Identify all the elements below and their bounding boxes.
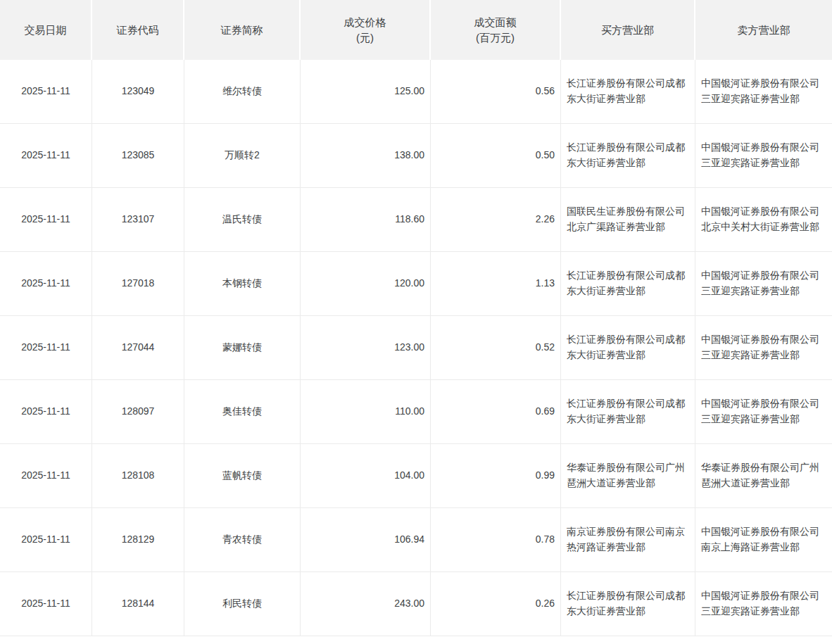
cell-code: 127044 xyxy=(92,316,184,380)
cell-name: 蓝帆转债 xyxy=(184,444,301,508)
header-trade-price: 成交价格 (元) xyxy=(301,0,431,60)
cell-date: 2025-11-11 xyxy=(0,508,92,572)
header-label: 证券代码 xyxy=(96,23,179,38)
cell-buyer: 长江证券股份有限公司成都东大街证券营业部 xyxy=(561,380,695,444)
cell-date: 2025-11-11 xyxy=(0,380,92,444)
cell-date: 2025-11-11 xyxy=(0,572,92,636)
cell-name: 青农转债 xyxy=(184,508,301,572)
cell-buyer: 长江证券股份有限公司成都东大街证券营业部 xyxy=(561,124,695,188)
cell-seller: 中国银河证券股份有限公司南京上海路证券营业部 xyxy=(695,508,832,572)
cell-code: 123049 xyxy=(92,60,184,124)
cell-date: 2025-11-11 xyxy=(0,444,92,508)
table-row: 2025-11-11127018本钢转债120.001.13长江证券股份有限公司… xyxy=(0,252,832,316)
cell-seller: 中国银河证券股份有限公司三亚迎宾路证券营业部 xyxy=(695,316,832,380)
cell-name: 万顺转2 xyxy=(184,124,301,188)
cell-price: 118.60 xyxy=(301,188,431,252)
cell-code: 128097 xyxy=(92,380,184,444)
cell-name: 蒙娜转债 xyxy=(184,316,301,380)
cell-date: 2025-11-11 xyxy=(0,252,92,316)
cell-face-value: 0.99 xyxy=(431,444,561,508)
cell-price: 123.00 xyxy=(301,316,431,380)
header-buyer-branch: 买方营业部 xyxy=(561,0,695,60)
cell-buyer: 华泰证券股份有限公司广州琶洲大道证券营业部 xyxy=(561,444,695,508)
table-row: 2025-11-11128108蓝帆转债104.000.99华泰证券股份有限公司… xyxy=(0,444,832,508)
cell-code: 128144 xyxy=(92,572,184,636)
cell-price: 104.00 xyxy=(301,444,431,508)
cell-code: 123107 xyxy=(92,188,184,252)
cell-face-value: 0.56 xyxy=(431,60,561,124)
cell-name: 维尔转债 xyxy=(184,60,301,124)
header-security-code: 证券代码 xyxy=(92,0,184,60)
cell-buyer: 长江证券股份有限公司成都东大街证券营业部 xyxy=(561,252,695,316)
cell-face-value: 0.69 xyxy=(431,380,561,444)
cell-name: 温氏转债 xyxy=(184,188,301,252)
cell-seller: 中国银河证券股份有限公司三亚迎宾路证券营业部 xyxy=(695,60,832,124)
cell-buyer: 南京证券股份有限公司南京热河路证券营业部 xyxy=(561,508,695,572)
cell-seller: 中国银河证券股份有限公司三亚迎宾路证券营业部 xyxy=(695,124,832,188)
cell-seller: 中国银河证券股份有限公司三亚迎宾路证券营业部 xyxy=(695,380,832,444)
header-row: 交易日期 证券代码 证券简称 成交价格 (元) 成交面额 (百万元) 买方营业部… xyxy=(0,0,832,60)
header-label: 成交价格 xyxy=(305,15,425,30)
cell-face-value: 0.26 xyxy=(431,572,561,636)
cell-date: 2025-11-11 xyxy=(0,60,92,124)
header-label: 卖方营业部 xyxy=(700,23,828,38)
table-row: 2025-11-11123107温氏转债118.602.26国联民生证券股份有限… xyxy=(0,188,832,252)
cell-seller: 华泰证券股份有限公司广州琶洲大道证券营业部 xyxy=(695,444,832,508)
header-face-value: 成交面额 (百万元) xyxy=(431,0,561,60)
cell-seller: 中国银河证券股份有限公司三亚迎宾路证券营业部 xyxy=(695,252,832,316)
header-label: 买方营业部 xyxy=(565,23,690,38)
cell-buyer: 长江证券股份有限公司成都东大街证券营业部 xyxy=(561,316,695,380)
header-label: 交易日期 xyxy=(4,23,87,38)
cell-code: 128129 xyxy=(92,508,184,572)
cell-buyer: 国联民生证券股份有限公司北京广渠路证券营业部 xyxy=(561,188,695,252)
cell-price: 125.00 xyxy=(301,60,431,124)
cell-seller: 中国银河证券股份有限公司北京中关村大街证券营业部 xyxy=(695,188,832,252)
header-sublabel: (百万元) xyxy=(435,30,555,46)
cell-name: 本钢转债 xyxy=(184,252,301,316)
table-row: 2025-11-11128097奥佳转债110.000.69长江证券股份有限公司… xyxy=(0,380,832,444)
cell-name: 利民转债 xyxy=(184,572,301,636)
cell-face-value: 2.26 xyxy=(431,188,561,252)
cell-date: 2025-11-11 xyxy=(0,188,92,252)
header-trade-date: 交易日期 xyxy=(0,0,92,60)
block-trade-table: 交易日期 证券代码 证券简称 成交价格 (元) 成交面额 (百万元) 买方营业部… xyxy=(0,0,832,636)
cell-face-value: 0.50 xyxy=(431,124,561,188)
cell-code: 127018 xyxy=(92,252,184,316)
cell-date: 2025-11-11 xyxy=(0,316,92,380)
cell-face-value: 0.52 xyxy=(431,316,561,380)
header-security-name: 证券简称 xyxy=(184,0,301,60)
cell-code: 123085 xyxy=(92,124,184,188)
table-row: 2025-11-11123085万顺转2138.000.50长江证券股份有限公司… xyxy=(0,124,832,188)
table-row: 2025-11-11128129青农转债106.940.78南京证券股份有限公司… xyxy=(0,508,832,572)
header-seller-branch: 卖方营业部 xyxy=(695,0,832,60)
cell-face-value: 0.78 xyxy=(431,508,561,572)
cell-code: 128108 xyxy=(92,444,184,508)
header-label: 证券简称 xyxy=(189,23,295,38)
cell-name: 奥佳转债 xyxy=(184,380,301,444)
table-body: 2025-11-11123049维尔转债125.000.56长江证券股份有限公司… xyxy=(0,60,832,636)
cell-seller: 中国银河证券股份有限公司三亚迎宾路证券营业部 xyxy=(695,572,832,636)
table-row: 2025-11-11128144利民转债243.000.26长江证券股份有限公司… xyxy=(0,572,832,636)
cell-price: 138.00 xyxy=(301,124,431,188)
cell-price: 106.94 xyxy=(301,508,431,572)
cell-face-value: 1.13 xyxy=(431,252,561,316)
table-header: 交易日期 证券代码 证券简称 成交价格 (元) 成交面额 (百万元) 买方营业部… xyxy=(0,0,832,60)
cell-price: 120.00 xyxy=(301,252,431,316)
header-label: 成交面额 xyxy=(435,15,555,30)
table-row: 2025-11-11123049维尔转债125.000.56长江证券股份有限公司… xyxy=(0,60,832,124)
cell-date: 2025-11-11 xyxy=(0,124,92,188)
cell-buyer: 长江证券股份有限公司成都东大街证券营业部 xyxy=(561,572,695,636)
cell-price: 110.00 xyxy=(301,380,431,444)
table-row: 2025-11-11127044蒙娜转债123.000.52长江证券股份有限公司… xyxy=(0,316,832,380)
cell-buyer: 长江证券股份有限公司成都东大街证券营业部 xyxy=(561,60,695,124)
cell-price: 243.00 xyxy=(301,572,431,636)
header-sublabel: (元) xyxy=(305,30,425,46)
